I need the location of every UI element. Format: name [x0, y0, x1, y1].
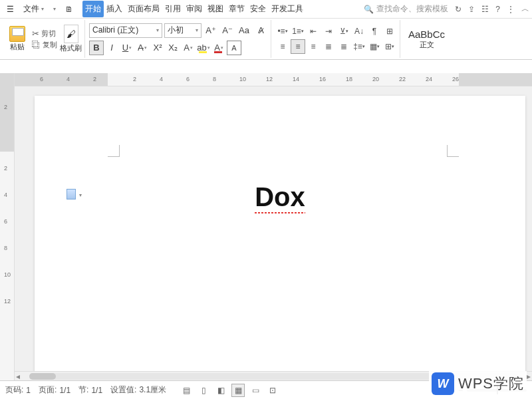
view-reading-icon[interactable]: ▤ [180, 384, 193, 397]
superscript-button[interactable]: X² [150, 41, 165, 55]
highlight-button[interactable]: ab▾ [196, 41, 211, 55]
bullets-button[interactable]: •≡▾ [275, 24, 290, 39]
copy-icon: ⿻ [32, 40, 41, 50]
subscript-button[interactable]: X₂ [166, 41, 180, 55]
view-print-icon[interactable]: ▦ [231, 384, 245, 397]
strikethrough-button[interactable]: A̶▾ [135, 41, 150, 55]
search-placeholder: 查找命令、搜索模板 [376, 3, 448, 15]
tab-devtools[interactable]: 开发工具 [269, 1, 306, 17]
app-menu-icon[interactable]: ☰ [3, 3, 18, 15]
file-menu[interactable]: 文件 ▾ [19, 2, 48, 16]
tab-insert[interactable]: 插入 [104, 1, 125, 17]
view-phone-icon[interactable]: ▯ [197, 384, 210, 397]
new-doc-icon[interactable]: 🗎 [61, 3, 77, 15]
shrink-font-button[interactable]: A⁻ [220, 23, 235, 38]
distribute-button[interactable]: ≣ [336, 39, 351, 54]
increase-indent-button[interactable]: ⇥ [321, 24, 336, 39]
status-page-count[interactable]: 页面: 1/1 [39, 384, 70, 396]
tab-review[interactable]: 审阅 [184, 1, 205, 17]
search-box[interactable]: 🔍 查找命令、搜索模板 [364, 3, 448, 15]
align-justify-button[interactable]: ≣ [321, 39, 336, 54]
bold-button[interactable]: B [89, 41, 104, 55]
view-outline-icon[interactable]: ◧ [214, 384, 227, 397]
align-left-button[interactable]: ≡ [275, 39, 290, 54]
margin-corner-tl [108, 145, 120, 157]
font-family-value: Calibri (正文) [92, 25, 138, 36]
sync-icon[interactable]: ↻ [455, 5, 462, 14]
insert-table-button[interactable]: ⊞ [382, 24, 397, 39]
font-family-combo[interactable]: Calibri (正文) ▾ [89, 23, 162, 38]
view-fullwidth-icon[interactable]: ⊡ [266, 384, 279, 397]
file-label: 文件 [23, 3, 39, 15]
document-page[interactable]: ▾ Dox [35, 96, 525, 380]
numbering-button[interactable]: 1≡▾ [291, 24, 305, 39]
tab-security[interactable]: 安全 [247, 1, 269, 17]
tab-stops-button[interactable]: ⊻▾ [336, 24, 351, 39]
scroll-right-icon[interactable]: ▸ [527, 372, 531, 381]
align-center-button[interactable]: ≡ [291, 39, 305, 54]
search-icon: 🔍 [364, 5, 374, 14]
show-marks-button[interactable]: ¶ [367, 24, 382, 39]
chevron-down-icon: ▾ [41, 6, 44, 12]
view-web-icon[interactable]: ▭ [249, 384, 262, 397]
char-border-button[interactable]: A [227, 41, 241, 55]
help-icon[interactable]: ? [495, 5, 500, 14]
cut-button[interactable]: ✂剪切 [32, 29, 57, 39]
format-painter-label: 格式刷 [60, 43, 82, 53]
notes-icon[interactable]: ☷ [481, 5, 489, 14]
tab-chapter[interactable]: 章节 [226, 1, 247, 17]
tab-start[interactable]: 开始 [82, 1, 104, 17]
text-word: Dox [255, 182, 305, 212]
paste-button[interactable]: 粘贴 [5, 26, 29, 52]
document-text[interactable]: Dox [35, 182, 525, 212]
sort-button[interactable]: A↓ [352, 24, 366, 39]
tab-layout[interactable]: 页面布局 [125, 1, 162, 17]
decrease-indent-button[interactable]: ⇤ [306, 24, 321, 39]
grow-font-button[interactable]: A⁺ [203, 23, 218, 38]
line-spacing-button[interactable]: ‡≡▾ [352, 39, 366, 54]
share-icon[interactable]: ⇪ [468, 5, 475, 14]
more-icon[interactable]: ⋮ [507, 5, 515, 14]
margin-corner-tr [447, 145, 459, 157]
scroll-left-icon[interactable]: ◂ [16, 372, 20, 381]
status-setting[interactable]: 设置值: 3.1厘米 [110, 384, 166, 396]
status-page-number[interactable]: 页码: 1 [5, 384, 31, 396]
wps-logo-text: WPS学院 [458, 374, 524, 394]
italic-button[interactable]: I [104, 41, 119, 55]
underline-button[interactable]: U▾ [120, 41, 134, 55]
wps-logo-icon: W [432, 372, 454, 395]
scissors-icon: ✂ [32, 29, 39, 39]
collapse-ribbon-icon[interactable]: ︿ [521, 3, 529, 15]
text-effects-button[interactable]: A▾ [181, 41, 196, 55]
style-preview: AaBbCc [408, 29, 445, 40]
horizontal-ruler[interactable]: 6 4 2 2 4 6 8 10 12 14 16 18 20 22 24 26 [15, 73, 532, 86]
shading-button[interactable]: ▦▾ [367, 39, 382, 54]
tab-references[interactable]: 引用 [162, 1, 184, 17]
font-color-button[interactable]: A▾ [211, 41, 226, 55]
scrollbar-thumb[interactable] [29, 373, 56, 380]
chevron-down-icon: ▾ [196, 27, 198, 33]
clipboard-icon [9, 26, 25, 42]
wps-branding: W WPS学院 [429, 371, 527, 396]
chevron-down-icon: ▾ [156, 27, 159, 33]
borders-button[interactable]: ⊞▾ [382, 39, 397, 54]
vertical-ruler[interactable]: 2 2 4 6 8 10 12 [0, 73, 15, 380]
paste-label: 粘贴 [10, 42, 25, 52]
tab-view[interactable]: 视图 [205, 1, 226, 17]
font-size-value: 小初 [168, 25, 184, 36]
align-right-button[interactable]: ≡ [306, 39, 321, 54]
style-name: 正文 [420, 40, 434, 50]
status-section[interactable]: 节: 1/1 [78, 384, 102, 396]
clear-format-button[interactable]: A̷ [253, 23, 268, 38]
style-normal[interactable]: AaBbCc 正文 [404, 29, 449, 50]
font-size-combo[interactable]: 小初 ▾ [164, 23, 201, 38]
format-painter-icon[interactable]: 🖌 [64, 25, 78, 43]
change-case-button[interactable]: Aa [237, 23, 251, 38]
dropdown-extra[interactable]: ▾ [49, 5, 60, 13]
copy-button[interactable]: ⿻复制 [32, 40, 57, 50]
